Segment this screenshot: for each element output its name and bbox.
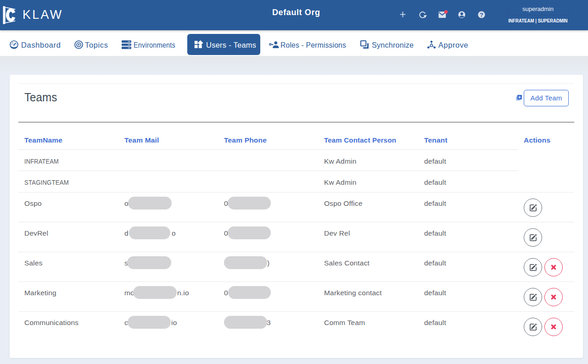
svg-text:?: ? <box>480 11 483 18</box>
